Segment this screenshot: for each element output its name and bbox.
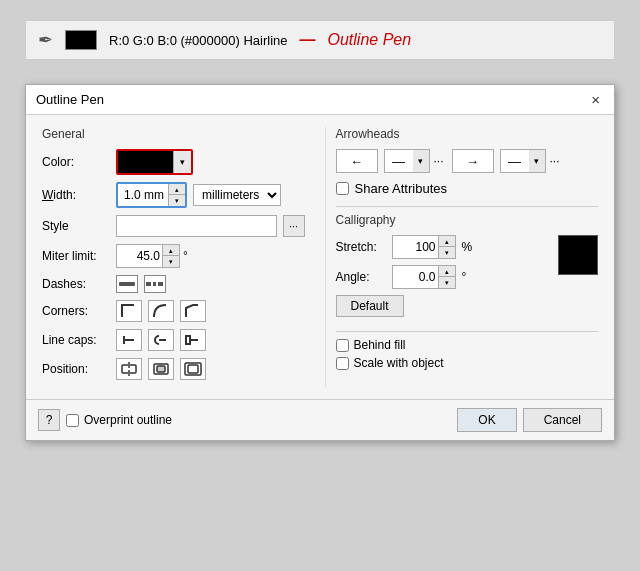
share-attributes-label: Share Attributes (355, 181, 448, 196)
arrow-right-ctrl[interactable]: → (452, 149, 494, 173)
miter-input[interactable] (117, 245, 162, 267)
angle-input[interactable] (393, 266, 438, 288)
corners-label: Corners: (42, 304, 110, 318)
dash-icon-1[interactable] (116, 275, 138, 293)
arrow-left-swatch: ← (337, 150, 377, 172)
position-row: Position: (42, 358, 305, 380)
color-swatch (118, 151, 173, 173)
angle-label: Angle: (336, 270, 386, 284)
scale-with-object-label: Scale with object (354, 356, 444, 370)
stretch-unit: % (462, 240, 473, 254)
toolbar-color-swatch (65, 30, 97, 50)
arrowheads-section-label: Arrowheads (336, 127, 599, 141)
calligraphy-section: Calligraphy Stretch: ▴ ▾ (336, 213, 599, 370)
arrow-right-style[interactable]: — ▾ (500, 149, 546, 173)
corner-bevel-btn[interactable] (180, 300, 206, 322)
width-unit-select[interactable]: millimeters inches pixels points (193, 184, 281, 206)
position-inside-btn[interactable] (148, 358, 174, 380)
stretch-label: Stretch: (336, 240, 386, 254)
pen-icon: ✒ (38, 29, 53, 51)
calligraphy-inputs: Stretch: ▴ ▾ % (336, 235, 541, 325)
style-dots-btn[interactable]: ··· (283, 215, 305, 237)
toolbar: ✒ R:0 G:0 B:0 (#000000) Hairline — Outli… (25, 20, 615, 60)
overprint-label: Overprint outline (84, 413, 172, 427)
style-label: Style (42, 219, 110, 233)
svg-rect-0 (119, 282, 135, 286)
stretch-row: Stretch: ▴ ▾ % (336, 235, 541, 259)
arrow-left-ctrl[interactable]: ← (336, 149, 378, 173)
cap-butt-btn[interactable] (116, 329, 142, 351)
svg-rect-8 (186, 336, 190, 344)
width-up-btn[interactable]: ▴ (169, 184, 185, 195)
left-panel: General Color: ▾ Width: ▴ (42, 127, 325, 387)
help-button[interactable]: ? (38, 409, 60, 431)
dialog-footer: ? Overprint outline OK Cancel (26, 399, 614, 440)
default-button[interactable]: Default (336, 295, 404, 317)
angle-input-wrap: ▴ ▾ (392, 265, 456, 289)
color-dropdown-btn[interactable]: ▾ (173, 151, 191, 173)
dashes-label: Dashes: (42, 277, 110, 291)
style-input[interactable] (116, 215, 277, 237)
outline-pen-dialog: Outline Pen × General Color: ▾ Width: (25, 84, 615, 441)
scale-with-object-row: Scale with object (336, 356, 599, 370)
line-caps-row: Line caps: (42, 329, 305, 351)
line-caps-label: Line caps: (42, 333, 110, 347)
share-attributes-checkbox[interactable] (336, 182, 349, 195)
close-button[interactable]: × (587, 91, 604, 108)
arrow-left-drop[interactable]: ▾ (413, 150, 429, 172)
corner-round-btn[interactable] (148, 300, 174, 322)
dashes-icons (116, 275, 166, 293)
miter-label: Miter limit: (42, 249, 110, 263)
width-control[interactable]: ▴ ▾ (116, 182, 187, 208)
overprint-row: Overprint outline (66, 413, 172, 427)
style-row: Style ··· (42, 215, 305, 237)
position-icon-group (116, 358, 206, 380)
arrow-left-line: — (385, 150, 413, 172)
dash-icon-2[interactable] (144, 275, 166, 293)
toolbar-section-label: Outline Pen (327, 31, 411, 49)
svg-rect-13 (188, 365, 198, 373)
color-control[interactable]: ▾ (116, 149, 193, 175)
color-label: Color: (42, 155, 110, 169)
cap-square-btn[interactable] (180, 329, 206, 351)
miter-down-btn[interactable]: ▾ (163, 256, 179, 267)
arrow-left-style[interactable]: — ▾ (384, 149, 430, 173)
position-outside-btn[interactable] (180, 358, 206, 380)
arrow-right-drop[interactable]: ▾ (529, 150, 545, 172)
arrow-right-line: — (501, 150, 529, 172)
corner-miter-btn[interactable] (116, 300, 142, 322)
position-center-btn[interactable] (116, 358, 142, 380)
corners-row: Corners: (42, 300, 305, 322)
stretch-down-btn[interactable]: ▾ (439, 247, 455, 258)
stretch-input-wrap: ▴ ▾ (392, 235, 456, 259)
scale-with-object-checkbox[interactable] (336, 357, 349, 370)
color-row: Color: ▾ (42, 149, 305, 175)
toolbar-color-text: R:0 G:0 B:0 (#000000) Hairline (109, 33, 287, 48)
width-input[interactable] (118, 184, 168, 206)
calligraphy-divider (336, 331, 599, 332)
behind-fill-checkbox[interactable] (336, 339, 349, 352)
miter-spinner: ▴ ▾ (162, 245, 179, 267)
stretch-spinner: ▴ ▾ (438, 236, 455, 258)
angle-up-btn[interactable]: ▴ (439, 266, 455, 277)
dashes-row: Dashes: (42, 275, 305, 293)
angle-down-btn[interactable]: ▾ (439, 277, 455, 288)
behind-fill-label: Behind fill (354, 338, 406, 352)
miter-up-btn[interactable]: ▴ (163, 245, 179, 256)
ok-button[interactable]: OK (457, 408, 516, 432)
stretch-input[interactable] (393, 236, 438, 258)
width-down-btn[interactable]: ▾ (169, 195, 185, 206)
stretch-up-btn[interactable]: ▴ (439, 236, 455, 247)
miter-row: Miter limit: ▴ ▾ ° (42, 244, 305, 268)
svg-rect-1 (146, 282, 151, 286)
svg-rect-3 (158, 282, 163, 286)
cap-round-btn[interactable] (148, 329, 174, 351)
calligraphy-section-label: Calligraphy (336, 213, 599, 227)
angle-spinner: ▴ ▾ (438, 266, 455, 288)
overprint-checkbox[interactable] (66, 414, 79, 427)
dialog-titlebar: Outline Pen × (26, 85, 614, 115)
cancel-button[interactable]: Cancel (523, 408, 602, 432)
miter-input-wrap: ▴ ▾ (116, 244, 180, 268)
dots-separator-left: ··· (434, 154, 444, 168)
arrow-icon: — (299, 31, 315, 49)
